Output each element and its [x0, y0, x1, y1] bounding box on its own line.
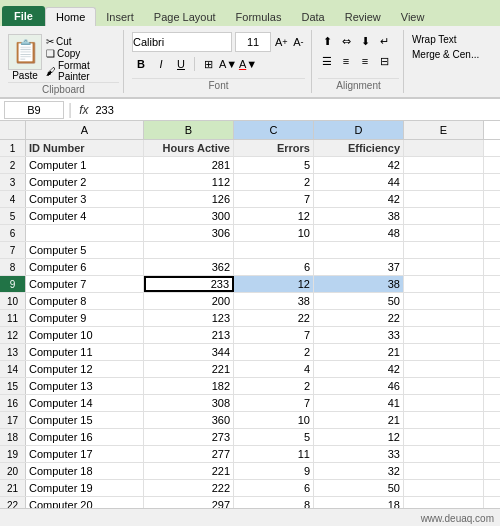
- cell-e[interactable]: [404, 463, 484, 479]
- cell-d[interactable]: 42: [314, 361, 404, 377]
- merge-center-button[interactable]: ⊟: [375, 52, 393, 70]
- cell-b[interactable]: 306: [144, 225, 234, 241]
- align-left-button[interactable]: ☰: [318, 52, 336, 70]
- cell-a[interactable]: Computer 4: [26, 208, 144, 224]
- cell-b[interactable]: 300: [144, 208, 234, 224]
- font-name-input[interactable]: [132, 32, 232, 52]
- cell-d[interactable]: 38: [314, 276, 404, 292]
- cell-e[interactable]: [404, 344, 484, 360]
- cell-e[interactable]: [404, 157, 484, 173]
- cell-a[interactable]: Computer 7: [26, 276, 144, 292]
- cell-e[interactable]: [404, 242, 484, 258]
- table-row[interactable]: 18 Computer 16 273 5 12: [0, 429, 500, 446]
- cell-a[interactable]: ID Number: [26, 140, 144, 156]
- cell-b[interactable]: 233: [144, 276, 234, 292]
- cell-a[interactable]: Computer 10: [26, 327, 144, 343]
- cell-e[interactable]: [404, 327, 484, 343]
- table-row[interactable]: 19 Computer 17 277 11 33: [0, 446, 500, 463]
- cell-e[interactable]: [404, 191, 484, 207]
- cell-a[interactable]: Computer 14: [26, 395, 144, 411]
- fill-color-button[interactable]: A▼: [219, 55, 237, 73]
- cell-b[interactable]: 213: [144, 327, 234, 343]
- cell-e[interactable]: [404, 378, 484, 394]
- table-row[interactable]: 20 Computer 18 221 9 32: [0, 463, 500, 480]
- cell-b[interactable]: 222: [144, 480, 234, 496]
- align-middle-button[interactable]: ⇔: [337, 32, 355, 50]
- col-header-a[interactable]: A: [26, 121, 144, 139]
- cell-a[interactable]: Computer 2: [26, 174, 144, 190]
- col-header-d[interactable]: D: [314, 121, 404, 139]
- tab-review[interactable]: Review: [335, 8, 391, 26]
- cell-d[interactable]: 22: [314, 310, 404, 326]
- cell-a[interactable]: Computer 1: [26, 157, 144, 173]
- wrap-text-button[interactable]: ↵: [375, 32, 393, 50]
- tab-home[interactable]: Home: [45, 7, 96, 26]
- cell-d[interactable]: 42: [314, 157, 404, 173]
- cell-c[interactable]: 5: [234, 157, 314, 173]
- format-painter-button[interactable]: 🖌 Format Painter: [46, 60, 119, 82]
- table-row[interactable]: 10 Computer 8 200 38 50: [0, 293, 500, 310]
- cell-d[interactable]: 21: [314, 344, 404, 360]
- col-header-e[interactable]: E: [404, 121, 484, 139]
- table-row[interactable]: 7 Computer 5: [0, 242, 500, 259]
- table-row[interactable]: 3 Computer 2 112 2 44: [0, 174, 500, 191]
- cell-a[interactable]: Computer 13: [26, 378, 144, 394]
- cell-c[interactable]: 12: [234, 276, 314, 292]
- cell-d[interactable]: 33: [314, 446, 404, 462]
- cell-b[interactable]: 308: [144, 395, 234, 411]
- cell-c[interactable]: 38: [234, 293, 314, 309]
- cell-b[interactable]: 277: [144, 446, 234, 462]
- cell-d[interactable]: 41: [314, 395, 404, 411]
- table-row[interactable]: 2 Computer 1 281 5 42: [0, 157, 500, 174]
- cell-c[interactable]: 2: [234, 344, 314, 360]
- table-row[interactable]: 16 Computer 14 308 7 41: [0, 395, 500, 412]
- cell-b[interactable]: 123: [144, 310, 234, 326]
- paste-button[interactable]: 📋 Paste: [8, 34, 42, 81]
- wrap-text-button2[interactable]: Wrap Text: [410, 32, 492, 47]
- cell-a[interactable]: Computer 12: [26, 361, 144, 377]
- table-row[interactable]: 15 Computer 13 182 2 46: [0, 378, 500, 395]
- underline-button[interactable]: U: [172, 55, 190, 73]
- cell-d[interactable]: 12: [314, 429, 404, 445]
- cell-a[interactable]: Computer 11: [26, 344, 144, 360]
- cell-d[interactable]: 50: [314, 480, 404, 496]
- cell-c[interactable]: 4: [234, 361, 314, 377]
- italic-button[interactable]: I: [152, 55, 170, 73]
- cell-b[interactable]: 281: [144, 157, 234, 173]
- cell-b[interactable]: 200: [144, 293, 234, 309]
- cell-e[interactable]: [404, 225, 484, 241]
- align-bottom-button[interactable]: ⬇: [356, 32, 374, 50]
- cell-reference-input[interactable]: [4, 101, 64, 119]
- cell-d[interactable]: 32: [314, 463, 404, 479]
- cell-c[interactable]: 7: [234, 395, 314, 411]
- align-top-button[interactable]: ⬆: [318, 32, 336, 50]
- cell-c[interactable]: 11: [234, 446, 314, 462]
- cell-c[interactable]: 5: [234, 429, 314, 445]
- cell-e[interactable]: [404, 140, 484, 156]
- font-color-button[interactable]: A▼: [239, 55, 257, 73]
- cut-button[interactable]: ✂ Cut: [46, 36, 119, 47]
- cell-e[interactable]: [404, 429, 484, 445]
- table-row[interactable]: 17 Computer 15 360 10 21: [0, 412, 500, 429]
- cell-d[interactable]: 46: [314, 378, 404, 394]
- align-right-button[interactable]: ≡: [356, 52, 374, 70]
- cell-a[interactable]: Computer 9: [26, 310, 144, 326]
- cell-e[interactable]: [404, 208, 484, 224]
- cell-b[interactable]: [144, 242, 234, 258]
- cell-e[interactable]: [404, 480, 484, 496]
- cell-d[interactable]: Efficiency: [314, 140, 404, 156]
- cell-b[interactable]: 362: [144, 259, 234, 275]
- cell-b[interactable]: Hours Active: [144, 140, 234, 156]
- cell-c[interactable]: 10: [234, 412, 314, 428]
- table-row[interactable]: 8 Computer 6 362 6 37: [0, 259, 500, 276]
- table-row[interactable]: 21 Computer 19 222 6 50: [0, 480, 500, 497]
- cell-e[interactable]: [404, 293, 484, 309]
- cell-e[interactable]: [404, 446, 484, 462]
- table-row[interactable]: 5 Computer 4 300 12 38: [0, 208, 500, 225]
- cell-d[interactable]: 48: [314, 225, 404, 241]
- cell-a[interactable]: Computer 5: [26, 242, 144, 258]
- cell-d[interactable]: [314, 242, 404, 258]
- font-size-increase-button[interactable]: A+: [274, 33, 289, 51]
- cell-c[interactable]: 10: [234, 225, 314, 241]
- cell-c[interactable]: [234, 242, 314, 258]
